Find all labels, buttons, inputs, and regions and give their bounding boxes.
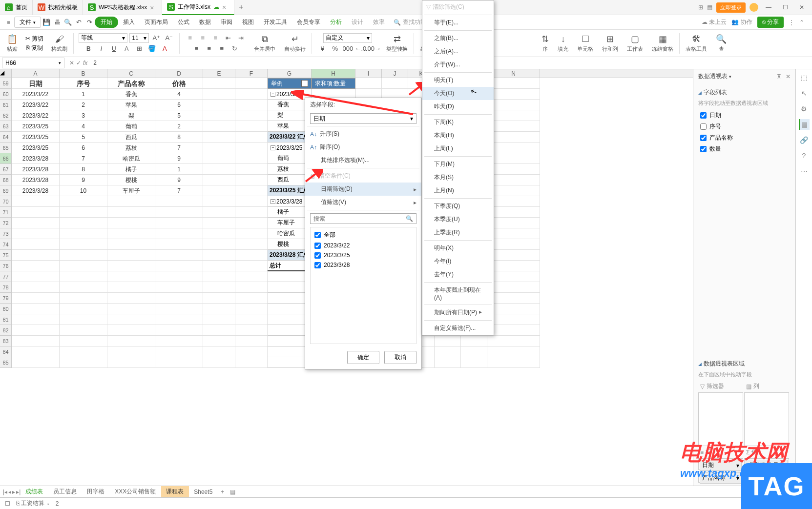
cell-E75[interactable]: [203, 250, 235, 261]
cell-N66[interactable]: [487, 153, 540, 164]
row-header-78[interactable]: 78: [0, 282, 12, 293]
align-left-icon[interactable]: ≡: [191, 44, 202, 54]
cell-L83[interactable]: [435, 336, 461, 346]
login-button[interactable]: 立即登录: [716, 2, 746, 13]
type-convert-group[interactable]: ⇄类型转换: [382, 33, 412, 54]
collapse-ribbon-icon[interactable]: ⌃: [799, 19, 804, 26]
collapse-icon[interactable]: −: [271, 145, 275, 150]
cell-D77[interactable]: [155, 271, 203, 282]
cell-N64[interactable]: [487, 132, 540, 143]
cell-A78[interactable]: [12, 282, 60, 293]
menu-start[interactable]: 开始: [95, 17, 118, 28]
row-header-62[interactable]: 62: [0, 110, 12, 121]
row-header-71[interactable]: 71: [0, 207, 12, 218]
cell-B78[interactable]: [60, 282, 107, 293]
cell-D69[interactable]: 7: [155, 185, 203, 196]
orientation-icon[interactable]: ↻: [229, 44, 240, 54]
cell-F78[interactable]: [235, 282, 268, 293]
field-产品名称[interactable]: 产品名称: [698, 132, 791, 143]
cell-C79[interactable]: [107, 293, 155, 304]
row-header-63[interactable]: 63: [0, 121, 12, 132]
cell-L85[interactable]: [435, 357, 461, 368]
cell-D78[interactable]: [155, 282, 203, 293]
cell-D62[interactable]: 5: [155, 110, 203, 121]
save-icon[interactable]: 💾: [41, 18, 52, 27]
copy-button[interactable]: ⎘ 复制: [26, 44, 43, 52]
confirm-icon[interactable]: ✓: [76, 60, 81, 66]
cell-N59[interactable]: [487, 78, 540, 89]
cell-C64[interactable]: 西瓜: [107, 132, 155, 143]
cell-B66[interactable]: 7: [60, 153, 107, 164]
cell-N65[interactable]: [487, 143, 540, 153]
cell-C71[interactable]: [107, 207, 155, 218]
cell-A77[interactable]: [12, 271, 60, 282]
cell-N74[interactable]: [487, 239, 540, 250]
tab-template[interactable]: W 找稻壳模板: [33, 0, 83, 15]
cell-E62[interactable]: [203, 110, 235, 121]
side-more-icon[interactable]: ⋯: [799, 166, 810, 177]
cell-F62[interactable]: [235, 110, 268, 121]
select-all-corner[interactable]: ◢: [0, 69, 12, 78]
cell-E73[interactable]: [203, 228, 235, 239]
preview-icon[interactable]: 🔍: [62, 18, 73, 27]
row-header-75[interactable]: 75: [0, 250, 12, 261]
tab-prev-icon[interactable]: ◂: [8, 489, 11, 495]
side-help-icon[interactable]: ?: [799, 150, 810, 161]
cell-F75[interactable]: [235, 250, 268, 261]
sm-ytd[interactable]: 本年度截止到现在(A): [422, 284, 494, 304]
cell-F82[interactable]: [235, 325, 268, 336]
number-format-combo[interactable]: 自定义▾: [323, 33, 372, 43]
cell-F77[interactable]: [235, 271, 268, 282]
name-box[interactable]: H66▾: [2, 58, 64, 68]
cell-E81[interactable]: [203, 314, 235, 325]
cell-B63[interactable]: 4: [60, 121, 107, 132]
cell-C82[interactable]: [107, 325, 155, 336]
cell-F71[interactable]: [235, 207, 268, 218]
cell-F59[interactable]: [235, 78, 268, 89]
cell-C78[interactable]: [107, 282, 155, 293]
col-header-N[interactable]: N: [487, 69, 540, 78]
sheet-tab-2[interactable]: 员工信息: [48, 486, 82, 497]
field-checkbox[interactable]: [700, 146, 707, 152]
check-date-1[interactable]: 2023/3/22: [312, 241, 414, 250]
row-header-81[interactable]: 81: [0, 314, 12, 325]
field-日期[interactable]: 日期: [698, 110, 791, 121]
col-header-D[interactable]: D: [155, 69, 203, 78]
cell-F66[interactable]: [235, 153, 268, 164]
cell-F79[interactable]: [235, 293, 268, 304]
cell-N79[interactable]: [487, 293, 540, 304]
menu-layout[interactable]: 页面布局: [140, 17, 173, 28]
cell-D74[interactable]: [155, 239, 203, 250]
menu-dev[interactable]: 开发工具: [259, 17, 292, 28]
record-icon[interactable]: ☐: [5, 500, 10, 507]
align-right-icon[interactable]: ≡: [216, 44, 227, 54]
cell-C63[interactable]: 葡萄: [107, 121, 155, 132]
comma-icon[interactable]: 000: [342, 44, 353, 54]
cell-D84[interactable]: [155, 346, 203, 357]
sm-last-year[interactable]: 去年(Y): [422, 268, 494, 281]
cell-D64[interactable]: 8: [155, 132, 203, 143]
tab-last-icon[interactable]: ▸|: [16, 489, 21, 495]
cell-C74[interactable]: [107, 239, 155, 250]
row-header-74[interactable]: 74: [0, 239, 12, 250]
cell-N63[interactable]: [487, 121, 540, 132]
fx-icon[interactable]: fx: [83, 60, 87, 66]
cell-N75[interactable]: [487, 250, 540, 261]
field-checkbox[interactable]: [700, 135, 707, 141]
cell-E60[interactable]: [203, 89, 235, 100]
font-name-combo[interactable]: 等线▾: [79, 33, 127, 43]
cell-M83[interactable]: [461, 336, 487, 346]
cancel-button[interactable]: 取消: [384, 351, 416, 364]
row-header-69[interactable]: 69: [0, 185, 12, 196]
row-header-66[interactable]: 66: [0, 153, 12, 164]
cell-C77[interactable]: [107, 271, 155, 282]
field-combo[interactable]: 日期▾: [310, 113, 416, 124]
filter-list[interactable]: 全部 2023/3/22 2023/3/25 2023/3/28: [310, 227, 416, 344]
cell-C81[interactable]: [107, 314, 155, 325]
sort-group[interactable]: ⇅序: [538, 33, 553, 54]
col-header-B[interactable]: B: [60, 69, 107, 78]
cell-B60[interactable]: 1: [60, 89, 107, 100]
cell-F72[interactable]: [235, 218, 268, 228]
pin-icon[interactable]: ⊼: [777, 73, 781, 80]
row-header-73[interactable]: 73: [0, 228, 12, 239]
